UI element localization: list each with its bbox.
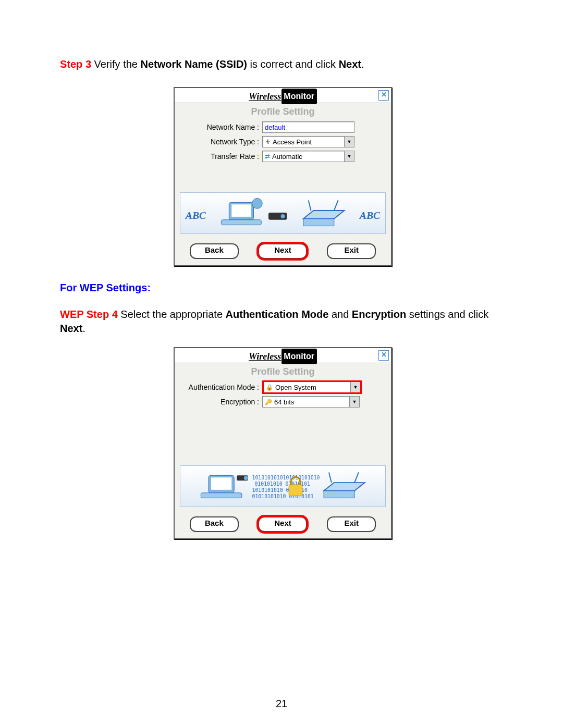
- title-wireless: Wireless: [249, 351, 281, 362]
- svg-line-9: [334, 200, 338, 211]
- encryption-select[interactable]: 🔑64 bits ▼: [262, 396, 360, 408]
- title-monitor: Monitor: [282, 349, 317, 364]
- automatic-icon: ⇄: [265, 153, 270, 160]
- back-button[interactable]: Back: [190, 516, 239, 532]
- network-name-input[interactable]: [262, 121, 354, 133]
- chevron-down-icon[interactable]: ▼: [350, 382, 360, 392]
- step3-text: Step 3 Verify the Network Name (SSID) is…: [60, 57, 506, 71]
- key-icon: 🔑: [265, 399, 272, 405]
- auth-mode-select[interactable]: 🔒Open System ▼: [262, 380, 362, 394]
- svg-line-23: [354, 472, 359, 483]
- step4-prefix: WEP Step 4: [60, 309, 118, 320]
- network-name-label: Network Name :: [181, 123, 262, 131]
- svg-rect-3: [222, 220, 262, 225]
- chevron-down-icon[interactable]: ▼: [349, 397, 359, 407]
- wep-settings-heading: For WEP Settings:: [60, 282, 151, 293]
- close-icon[interactable]: ✕: [378, 350, 389, 361]
- svg-line-8: [309, 200, 311, 211]
- connection-graphic: ABC ABC: [180, 192, 386, 234]
- close-icon[interactable]: ✕: [378, 90, 389, 101]
- profile-setting-heading: Profile Setting: [175, 363, 391, 380]
- titlebar: WirelessMonitor ✕: [175, 348, 391, 363]
- svg-rect-12: [211, 477, 231, 490]
- svg-rect-7: [303, 219, 334, 226]
- lock-icon: 🔒: [266, 384, 273, 391]
- back-button[interactable]: Back: [190, 243, 239, 259]
- chevron-down-icon[interactable]: ▼: [344, 137, 354, 147]
- svg-line-22: [329, 472, 332, 483]
- wireless-monitor-dialog-1: WirelessMonitor ✕ Profile Setting Networ…: [174, 87, 392, 266]
- svg-text:ABC: ABC: [359, 209, 381, 221]
- chevron-down-icon[interactable]: ▼: [344, 151, 354, 162]
- svg-text:01010101010 01010101: 01010101010 01010101: [252, 493, 314, 499]
- svg-rect-20: [289, 485, 302, 496]
- exit-button[interactable]: Exit: [327, 243, 376, 259]
- svg-rect-21: [324, 491, 354, 498]
- titlebar: WirelessMonitor ✕: [175, 88, 391, 103]
- profile-setting-heading: Profile Setting: [175, 103, 391, 120]
- network-type-select[interactable]: 🛉Access Point ▼: [262, 136, 354, 147]
- title-monitor: Monitor: [282, 89, 317, 104]
- svg-rect-13: [201, 493, 242, 498]
- access-point-icon: 🛉: [265, 139, 271, 145]
- title-wireless: Wireless: [249, 91, 281, 102]
- svg-point-15: [244, 476, 248, 480]
- auth-mode-label: Authentication Mode :: [181, 383, 262, 391]
- exit-button[interactable]: Exit: [327, 516, 376, 532]
- svg-text:1010101010101010101010: 1010101010101010101010: [252, 475, 320, 480]
- svg-point-4: [252, 199, 263, 209]
- svg-rect-2: [231, 204, 251, 217]
- svg-point-6: [281, 214, 285, 218]
- transfer-rate-label: Transfer Rate :: [181, 152, 262, 161]
- next-button[interactable]: Next: [258, 243, 307, 259]
- network-type-label: Network Type :: [181, 138, 262, 146]
- page-number: 21: [0, 698, 563, 710]
- transfer-rate-select[interactable]: ⇄Automatic ▼: [262, 151, 354, 162]
- step4-text: WEP Step 4 Select the appropriate Authen…: [60, 307, 506, 336]
- encryption-label: Encryption :: [181, 398, 262, 406]
- step3-prefix: Step 3: [60, 58, 91, 70]
- next-button[interactable]: Next: [258, 516, 307, 532]
- svg-text:ABC: ABC: [185, 209, 206, 221]
- wireless-monitor-dialog-2: WirelessMonitor ✕ Profile Setting Authen…: [174, 347, 392, 539]
- encryption-graphic: 1010101010101010101010 010101010 0101010…: [180, 465, 386, 507]
